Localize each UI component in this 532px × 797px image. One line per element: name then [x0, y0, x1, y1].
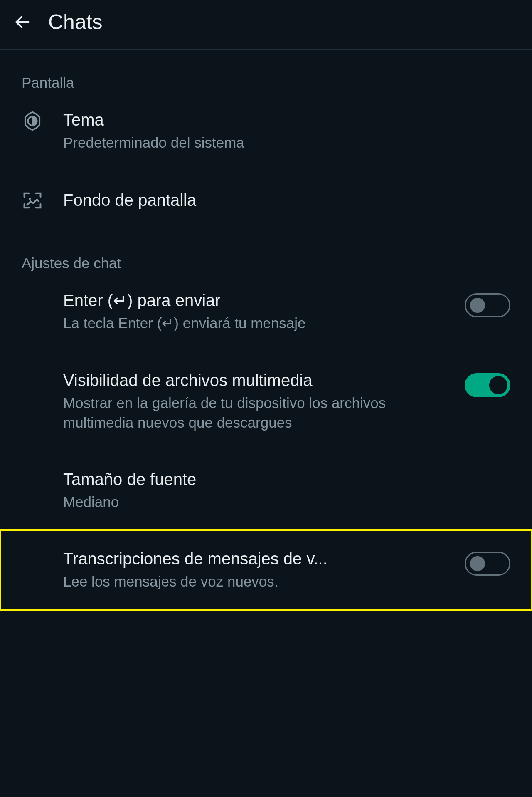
font-size-title: Tamaño de fuente: [63, 469, 502, 490]
header: Chats: [0, 0, 532, 50]
row-font-size[interactable]: Tamaño de fuente Mediano: [0, 450, 532, 530]
back-button[interactable]: [13, 13, 37, 31]
page-title: Chats: [48, 10, 103, 34]
toggle-enter-to-send[interactable]: [465, 293, 510, 317]
spacer-icon: [22, 370, 63, 371]
font-size-desc: Mediano: [63, 492, 502, 512]
toggle-media-visibility[interactable]: [465, 373, 510, 397]
section-display: Pantalla Tema Predeterminado del sistema: [0, 50, 532, 230]
row-enter-to-send[interactable]: Enter (↵) para enviar La tecla Enter (↵)…: [0, 272, 532, 351]
toggle-knob: [489, 376, 507, 394]
media-visibility-desc: Mostrar en la galería de tu dispositivo …: [63, 393, 456, 433]
toggle-knob: [470, 556, 485, 571]
enter-to-send-title: Enter (↵) para enviar: [63, 290, 456, 311]
toggle-voice-transcriptions[interactable]: [465, 552, 510, 576]
section-header-chat-settings: Ajustes de chat: [0, 230, 532, 272]
section-header-display: Pantalla: [0, 50, 532, 91]
spacer-icon: [22, 290, 63, 291]
spacer-icon: [22, 469, 63, 470]
media-visibility-title: Visibilidad de archivos multimedia: [63, 370, 456, 391]
row-voice-transcriptions[interactable]: Transcripciones de mensajes de v... Lee …: [0, 530, 532, 609]
row-theme[interactable]: Tema Predeterminado del sistema: [0, 91, 532, 171]
theme-title: Tema: [63, 109, 502, 130]
toggle-knob: [470, 298, 485, 313]
theme-icon: [22, 109, 63, 132]
arrow-left-icon: [13, 13, 32, 31]
wallpaper-title: Fondo de pantalla: [63, 190, 502, 210]
wallpaper-icon: [22, 189, 63, 211]
theme-desc: Predeterminado del sistema: [63, 133, 502, 152]
voice-transcriptions-desc: Lee los mensajes de voz nuevos.: [63, 572, 456, 591]
row-wallpaper[interactable]: Fondo de pantalla: [0, 171, 532, 230]
voice-transcriptions-title: Transcripciones de mensajes de v...: [63, 548, 456, 569]
spacer-icon: [22, 548, 63, 549]
row-media-visibility[interactable]: Visibilidad de archivos multimedia Mostr…: [0, 351, 532, 451]
svg-point-3: [29, 198, 31, 200]
section-chat-settings: Ajustes de chat Enter (↵) para enviar La…: [0, 230, 532, 609]
enter-to-send-desc: La tecla Enter (↵) enviará tu mensaje: [63, 313, 456, 333]
